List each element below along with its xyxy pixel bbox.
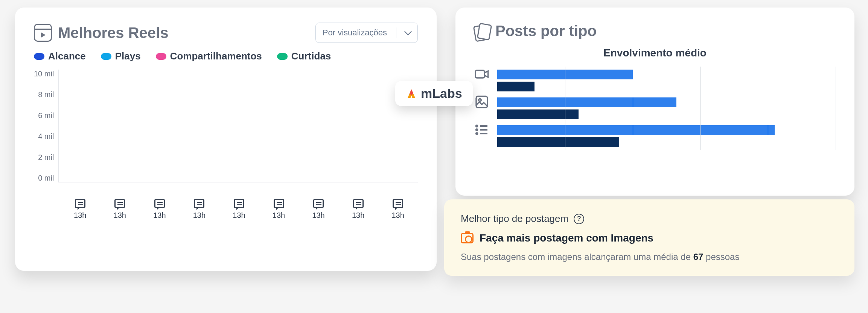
mlabs-logo-icon: [406, 88, 417, 99]
sort-select-label: Por visualizações: [323, 28, 387, 38]
legend-item-plays[interactable]: Plays: [101, 50, 141, 62]
select-divider: [396, 27, 396, 38]
svg-rect-1: [476, 96, 487, 108]
legend-item-compart[interactable]: Compartilhamentos: [156, 50, 262, 62]
plot-area: [58, 70, 418, 182]
cards-icon: [474, 24, 489, 39]
x-tick: 13h: [352, 199, 364, 220]
svg-point-2: [479, 99, 481, 102]
legend-item-curtidas[interactable]: Curtidas: [277, 50, 331, 62]
swatch: [156, 53, 166, 60]
mlabs-badge: mLabs: [395, 81, 473, 106]
list-icon: [474, 122, 489, 137]
reels-icon: [34, 24, 52, 42]
callout-cta: Faça mais postagem com Imagens: [480, 232, 653, 244]
hbar[interactable]: [497, 97, 676, 107]
video-icon: [474, 67, 489, 82]
mlabs-text: mLabs: [421, 86, 462, 101]
message-icon: [75, 199, 85, 208]
callout-heading: Melhor tipo de postagem: [461, 213, 568, 225]
bar-row: [497, 122, 836, 150]
bar-row: [497, 67, 836, 94]
image-icon: [474, 94, 489, 109]
plot-area: [497, 67, 836, 150]
hbar[interactable]: [497, 125, 775, 135]
chevron-down-icon: [404, 28, 412, 35]
hbar[interactable]: [497, 137, 619, 147]
x-tick: 13h: [153, 199, 166, 220]
swatch: [34, 53, 44, 60]
hbar[interactable]: [497, 109, 579, 119]
message-icon: [154, 199, 165, 208]
best-post-type-callout: Melhor tipo de postagem ? Faça mais post…: [444, 199, 854, 276]
svg-rect-0: [475, 70, 484, 78]
help-icon[interactable]: ?: [574, 214, 584, 224]
legend-item-alcance[interactable]: Alcance: [34, 50, 86, 62]
chart-subtitle: Envolvimento médio: [474, 47, 836, 59]
x-tick: 13h: [74, 199, 86, 220]
message-icon: [393, 199, 403, 208]
sort-select[interactable]: Por visualizações: [315, 23, 418, 43]
message-icon: [313, 199, 324, 208]
legend: Alcance Plays Compartilhamentos Curtidas: [34, 50, 418, 62]
reels-stacked-chart: 10 mil 8 mil 6 mil 4 mil 2 mil 0 mil: [34, 70, 418, 194]
x-tick: 13h: [273, 199, 285, 220]
swatch: [277, 53, 288, 60]
x-tick: 13h: [233, 199, 245, 220]
svg-point-3: [476, 125, 477, 126]
message-icon: [114, 199, 125, 208]
x-tick: 13h: [312, 199, 324, 220]
card-header: Melhores Reels Por visualizações: [34, 23, 418, 43]
card-title: Posts por tipo: [495, 23, 597, 40]
svg-point-4: [476, 129, 477, 130]
callout-body: Suas postagens com imagens alcançaram um…: [461, 252, 838, 262]
y-axis: 10 mil 8 mil 6 mil 4 mil 2 mil 0 mil: [34, 70, 58, 182]
card-title: Melhores Reels: [58, 24, 168, 41]
message-icon: [353, 199, 364, 208]
message-icon: [234, 199, 244, 208]
message-icon: [274, 199, 284, 208]
posts-type-chart: [474, 67, 836, 150]
x-axis: 13h13h13h13h13h13h13h13h13h: [60, 199, 418, 220]
x-tick: 13h: [193, 199, 206, 220]
svg-point-5: [476, 133, 477, 134]
category-icons: [474, 67, 497, 150]
posts-por-tipo-card: Posts por tipo Envolvimento médio: [455, 8, 854, 196]
x-tick: 13h: [391, 199, 404, 220]
message-icon: [194, 199, 204, 208]
x-tick: 13h: [114, 199, 126, 220]
swatch: [101, 53, 111, 60]
hbar[interactable]: [497, 82, 535, 91]
camera-icon: [461, 233, 474, 243]
bar-row: [497, 94, 836, 122]
melhores-reels-card: Melhores Reels Por visualizações Alcance…: [15, 8, 437, 271]
